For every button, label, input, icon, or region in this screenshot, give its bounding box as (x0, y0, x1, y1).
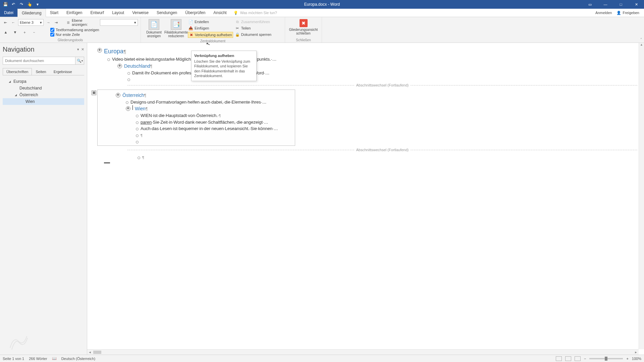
show-formatting-check[interactable]: Textformatierung anzeigen (50, 28, 99, 32)
nav-tab-pages[interactable]: Seiten (32, 68, 50, 75)
close-outline-view-button[interactable]: ✖ Gliederungsansicht schließen (288, 18, 319, 36)
maximize-button[interactable]: □ (613, 0, 629, 9)
outline-handle[interactable]: ✚ (117, 64, 122, 68)
show-document-button[interactable]: 📄 Dokument anzeigen (144, 18, 164, 39)
heading-deutschland[interactable]: Deutschland (124, 63, 152, 70)
demote-to-body-button[interactable]: ⇥ (53, 19, 59, 25)
promote-button[interactable]: ← (10, 19, 16, 25)
scroll-right-icon[interactable]: ► (633, 351, 639, 354)
view-web-button[interactable] (575, 356, 581, 361)
tell-me-search[interactable]: 💡 Was möchten Sie tun? (233, 9, 277, 17)
outline-body-bullet[interactable] (136, 121, 139, 124)
outline-body-bullet[interactable] (127, 78, 130, 81)
tab-file[interactable]: Datei (0, 9, 17, 17)
zoom-value[interactable]: 100% (632, 357, 641, 361)
outline-body-bullet[interactable] (136, 115, 139, 117)
close-button[interactable]: ✕ (629, 0, 644, 9)
view-read-button[interactable] (556, 356, 562, 361)
tab-view[interactable]: Ansicht (209, 9, 230, 17)
ribbon-options-button[interactable]: ▭ (582, 0, 598, 9)
move-down-button[interactable]: ▼ (12, 29, 18, 35)
tab-layout[interactable]: Layout (108, 9, 128, 17)
first-line-only-check[interactable]: Nur erste Zeile (50, 33, 99, 37)
subdocument-box[interactable]: ▦ ✚Österreich Designs·und·Formatvorlagen… (97, 89, 295, 146)
heading-oesterreich[interactable]: Österreich (122, 92, 146, 99)
tab-references[interactable]: Verweise (128, 9, 153, 17)
outline-body-bullet[interactable] (126, 101, 128, 104)
lock-subdoc-button[interactable]: 🔒Dokument sperren (234, 32, 272, 37)
touch-mode-icon[interactable]: 👆 (27, 2, 32, 7)
heading-wien[interactable]: Wien (135, 105, 148, 112)
split-subdoc-button[interactable]: ✂Teilen (234, 25, 272, 31)
nav-search-input[interactable] (3, 57, 75, 64)
tree-item-oesterreich[interactable]: ◢Österreich (3, 92, 84, 98)
document-area[interactable]: ✚Europa Video·bietet·eine·leistungsstark… (87, 43, 644, 355)
status-page[interactable]: Seite 1 von 1 (3, 357, 24, 361)
collapse-ribbon-button[interactable]: ˄ (640, 38, 642, 41)
horizontal-scrollbar[interactable]: ◄ ► (87, 349, 639, 355)
outline-body-bullet[interactable] (127, 72, 130, 75)
body-text[interactable]: Designs·und·Formatvorlagen·helfen·auch·d… (130, 99, 266, 106)
vertical-scrollbar[interactable]: ▲ (639, 43, 644, 349)
promote-to-h1-button[interactable]: ⇤ (3, 19, 8, 25)
minimize-button[interactable]: — (598, 0, 613, 9)
outline-handle[interactable]: ✚ (97, 48, 102, 53)
search-button[interactable]: 🔍▾ (75, 57, 84, 64)
qat-dropdown-icon[interactable]: ▾ (35, 2, 40, 7)
redo-icon[interactable]: ↷ (19, 2, 24, 7)
move-up-button[interactable]: ▲ (3, 29, 9, 35)
outline-body-bullet[interactable] (136, 141, 139, 143)
show-level-select[interactable]: ▾ (100, 19, 138, 26)
nav-search[interactable]: 🔍▾ (3, 57, 84, 65)
tree-collapse-icon[interactable]: ◢ (15, 94, 18, 97)
body-text-empty[interactable] (141, 132, 143, 139)
signin-link[interactable]: Anmelden (595, 11, 612, 15)
body-text[interactable]: WIEN·ist·die·Hauptstadt·von·Österreich.· (141, 112, 221, 119)
body-text[interactable]: paren·Sie·Zeit·in·Word·dank·neuer·Schalt… (141, 119, 268, 126)
tab-outlining[interactable]: Gliederung (17, 9, 46, 17)
tree-item-wien[interactable]: Wien (3, 98, 84, 105)
zoom-in-button[interactable]: + (626, 357, 628, 361)
subdoc-handle-icon[interactable]: ▦ (92, 90, 96, 95)
outline-body-bullet[interactable] (138, 157, 140, 159)
collapse-button[interactable]: － (31, 29, 37, 35)
tab-home[interactable]: Start (46, 9, 62, 17)
collapse-subdocs-button[interactable]: 📑 Filialdokumente reduzieren (166, 18, 186, 39)
nav-tab-results[interactable]: Ergebnisse (50, 68, 76, 75)
undo-icon[interactable]: ↶ (11, 2, 16, 7)
nav-tab-headings[interactable]: Überschriften (3, 68, 32, 75)
status-language[interactable]: Deutsch (Österreich) (61, 357, 95, 361)
tab-draw[interactable]: Entwurf (86, 9, 108, 17)
nav-close-icon[interactable]: ✕ (81, 47, 84, 52)
status-words[interactable]: 266 Wörter (29, 357, 47, 361)
zoom-out-button[interactable]: − (584, 357, 586, 361)
heading-europa[interactable]: Europa (104, 47, 126, 56)
scroll-left-icon[interactable]: ◄ (87, 351, 93, 354)
demote-button[interactable]: → (46, 19, 51, 25)
body-text-empty[interactable] (142, 154, 144, 161)
outline-document[interactable]: ✚Europa Video·bietet·eine·leistungsstark… (87, 43, 644, 167)
insert-subdoc-button[interactable]: 📥Einfügen (188, 25, 233, 31)
outline-handle[interactable]: ✚ (126, 106, 130, 111)
scroll-thumb[interactable] (93, 351, 101, 354)
zoom-slider[interactable] (589, 358, 623, 359)
unlink-subdoc-button[interactable]: ✖Verknüpfung aufheben (188, 32, 233, 38)
tree-collapse-icon[interactable]: ◢ (9, 80, 12, 83)
outline-body-bullet[interactable] (107, 58, 110, 61)
tab-mailings[interactable]: Sendungen (153, 9, 181, 17)
expand-button[interactable]: ＋ (21, 29, 28, 35)
view-print-button[interactable] (565, 356, 571, 361)
outline-level-select[interactable]: Ebene 3 ▾ (18, 19, 44, 26)
scroll-up-icon[interactable]: ▲ (639, 43, 644, 48)
save-icon[interactable]: 💾 (3, 2, 8, 7)
create-subdoc-button[interactable]: 📄Erstellen (188, 19, 233, 24)
tab-review[interactable]: Überprüfen (181, 9, 209, 17)
outline-body-bullet[interactable] (136, 128, 139, 130)
tab-insert[interactable]: Einfügen (62, 9, 86, 17)
outline-handle[interactable]: ✚ (116, 93, 120, 98)
body-text[interactable]: Auch·das·Lesen·ist·bequemer·in·der·neuen… (141, 125, 278, 132)
nav-dropdown-icon[interactable]: ▾ (77, 47, 79, 52)
tree-item-europa[interactable]: ◢Europa (3, 78, 84, 85)
spellcheck-icon[interactable]: 📖 (52, 356, 57, 361)
tree-item-deutschland[interactable]: Deutschland (3, 85, 84, 92)
